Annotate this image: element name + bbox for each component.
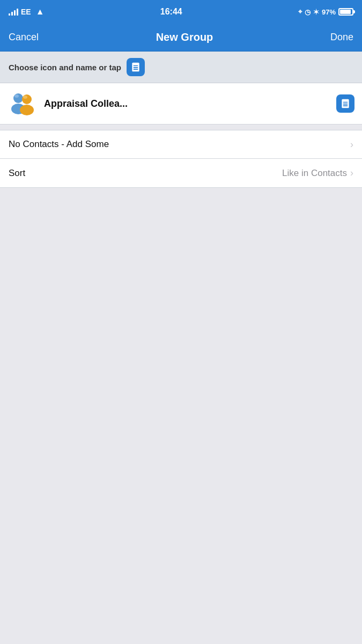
group-row (0, 83, 362, 125)
wifi-icon: ▲ (36, 7, 45, 17)
no-contacts-label: No Contacts - Add Some (9, 139, 350, 150)
group-icon (8, 89, 38, 119)
status-left: EE ▲ (9, 7, 45, 17)
svg-point-0 (13, 93, 23, 103)
svg-point-4 (14, 94, 19, 98)
sort-row[interactable]: Sort Like in Contacts › (0, 159, 362, 188)
people-svg-icon (8, 89, 38, 119)
battery-fill (340, 10, 351, 14)
sort-label: Sort (9, 168, 282, 179)
svg-point-2 (22, 94, 32, 104)
status-right: ⌖ ◷ ✶ 97% (298, 8, 353, 16)
done-button[interactable]: Done (330, 32, 353, 43)
signal-bars (9, 8, 18, 16)
nav-bar: Cancel New Group Done (0, 24, 362, 52)
svg-point-5 (23, 96, 27, 99)
chevron-icon-contacts: › (350, 139, 353, 150)
cancel-button[interactable]: Cancel (9, 32, 39, 43)
book-icon (130, 62, 141, 72)
time-display: 16:44 (160, 7, 182, 17)
sort-value: Like in Contacts (282, 168, 347, 179)
svg-point-3 (20, 105, 34, 115)
chevron-icon-sort: › (350, 167, 353, 179)
alarm-icon: ◷ (305, 8, 311, 16)
no-contacts-row[interactable]: No Contacts - Add Some › (0, 130, 362, 159)
group-book-icon-button[interactable] (336, 94, 354, 113)
carrier-label: EE (21, 8, 31, 16)
status-bar: EE ▲ 16:44 ⌖ ◷ ✶ 97% (0, 0, 362, 24)
book-icon-2 (340, 98, 351, 109)
bluetooth-icon: ✶ (313, 8, 319, 16)
page-title: New Group (156, 31, 213, 43)
section-header: Choose icon and name or tap (0, 52, 362, 83)
section-header-text: Choose icon and name or tap (9, 63, 121, 72)
header-book-icon-button[interactable] (127, 58, 145, 76)
background-fill (0, 188, 362, 510)
group-name-input[interactable] (44, 98, 330, 109)
list-section: No Contacts - Add Some › Sort Like in Co… (0, 130, 362, 188)
battery-icon (338, 8, 353, 16)
battery-label: 97% (322, 8, 336, 16)
location-icon: ⌖ (298, 8, 302, 16)
